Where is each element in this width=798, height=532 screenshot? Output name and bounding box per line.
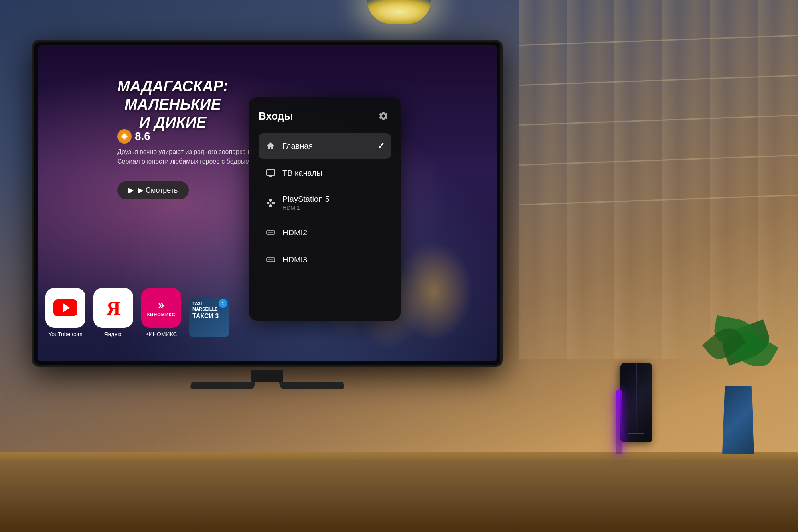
- menu-item-hdmi2-text: HDMI2: [282, 228, 385, 237]
- shelf-surface: [0, 452, 798, 460]
- menu-header: Входы: [259, 108, 391, 124]
- menu-item-hdmi2[interactable]: 2 HDMI2: [259, 220, 391, 245]
- app-icon-taxi[interactable]: TAXIMARSEILLEТАКСИ 3 1: [189, 298, 229, 337]
- movie-description: Друзья вечно удирают из родного зоопарка…: [117, 147, 269, 166]
- menu-item-tv[interactable]: ТВ каналы: [259, 160, 391, 186]
- ps5-sublabel: HDMI1: [282, 205, 385, 211]
- svg-rect-4: [268, 259, 273, 260]
- taxi-badge: 1: [219, 299, 227, 308]
- ps5-console: [620, 363, 650, 454]
- movie-title-line2: МАЛЕНЬКИЕ: [117, 96, 228, 114]
- ps5-body: [620, 363, 652, 442]
- gear-icon: [378, 111, 389, 121]
- rating-logo: [117, 129, 132, 144]
- wall-panels: [519, 0, 798, 359]
- gamepad-icon: [265, 197, 276, 209]
- tv-label: ТВ каналы: [282, 169, 385, 178]
- menu-title: Входы: [259, 110, 293, 122]
- input-menu: Входы: [249, 97, 401, 321]
- plant: [722, 386, 754, 454]
- youtube-icon-bg: [45, 288, 85, 328]
- youtube-play-icon: [63, 303, 70, 313]
- movie-rating: 8.6: [117, 129, 150, 144]
- tv-stand: [191, 370, 344, 391]
- movie-title: МАДАГАСКАР: МАЛЕНЬКИЕ И ДИКИЕ: [117, 77, 228, 132]
- settings-button[interactable]: [376, 108, 391, 124]
- menu-item-hdmi3-text: HDMI3: [282, 255, 385, 264]
- menu-item-ps5[interactable]: PlayStation 5 HDMI1: [259, 187, 391, 218]
- hdmi2-label: HDMI2: [282, 228, 385, 237]
- app-icon-kinomix[interactable]: » КИНОМИКС КИНОМИКС: [141, 288, 181, 337]
- menu-item-tv-text: ТВ каналы: [282, 169, 385, 178]
- app-icon-yandex[interactable]: Я Яндекс: [93, 288, 133, 337]
- menu-item-home-text: Главная: [282, 142, 371, 151]
- tv-unit: МАДАГАСКАР: МАЛЕНЬКИЕ И ДИКИЕ 8.6 Друзья: [32, 40, 503, 367]
- kinomix-icon-bg: » КИНОМИКС: [141, 288, 181, 328]
- kinomix-label: КИНОМИКС: [145, 331, 177, 337]
- app-icon-youtube[interactable]: YouTube.com: [45, 288, 85, 337]
- svg-rect-1: [268, 232, 273, 233]
- app-row: YouTube.com Я Яндекс »: [45, 288, 229, 337]
- yandex-label: Яндекс: [104, 331, 122, 337]
- tv-screen: МАДАГАСКАР: МАЛЕНЬКИЕ И ДИКИЕ 8.6 Друзья: [38, 45, 497, 361]
- kinomix-text: КИНОМИКС: [147, 312, 176, 317]
- stand-feet: [191, 382, 344, 391]
- kinomix-logo: » КИНОМИКС: [147, 299, 176, 317]
- hdmi2-icon: 2: [265, 227, 276, 238]
- stand-foot-right: [279, 382, 345, 389]
- tv-icon: [265, 167, 276, 179]
- youtube-label: YouTube.com: [48, 331, 82, 337]
- check-icon: ✓: [377, 141, 385, 151]
- home-icon: [265, 140, 276, 152]
- menu-item-home[interactable]: Главная ✓: [259, 133, 391, 159]
- ps5-stripe: [636, 363, 637, 442]
- watch-button[interactable]: ▶ ▶ Смотреть: [117, 181, 189, 199]
- taxi-thumbnail: TAXIMARSEILLEТАКСИ 3 1: [189, 298, 229, 337]
- ps5-detail: [628, 433, 644, 434]
- shelf: [0, 452, 798, 532]
- youtube-logo: [53, 299, 77, 316]
- ps5-label: PlayStation 5: [282, 195, 385, 204]
- yandex-icon-bg: Я: [93, 288, 133, 328]
- svg-text:2: 2: [268, 229, 269, 232]
- play-icon: ▶: [128, 186, 134, 195]
- yandex-logo: Я: [107, 297, 120, 319]
- svg-text:3: 3: [268, 256, 269, 259]
- movie-rating-value: 8.6: [135, 130, 150, 143]
- home-label: Главная: [282, 142, 371, 151]
- leaves-container: [698, 319, 778, 390]
- menu-item-hdmi3[interactable]: 3 HDMI3: [259, 247, 391, 272]
- tv-frame: МАДАГАСКАР: МАЛЕНЬКИЕ И ДИКИЕ 8.6 Друзья: [32, 40, 503, 367]
- hdmi3-icon: 3: [265, 254, 276, 265]
- menu-item-ps5-text: PlayStation 5 HDMI1: [282, 195, 385, 211]
- movie-title-line1: МАДАГАСКАР:: [117, 77, 228, 96]
- watch-button-label: ▶ Смотреть: [138, 186, 178, 195]
- stand-foot-left: [190, 382, 255, 389]
- vase: [722, 386, 754, 454]
- purple-light-strip: [616, 390, 622, 454]
- kinomix-arrows: »: [158, 299, 164, 311]
- tv-content: МАДАГАСКАР: МАЛЕНЬКИЕ И ДИКИЕ 8.6 Друзья: [38, 45, 497, 361]
- hdmi3-label: HDMI3: [282, 255, 385, 264]
- stand-neck: [251, 370, 283, 382]
